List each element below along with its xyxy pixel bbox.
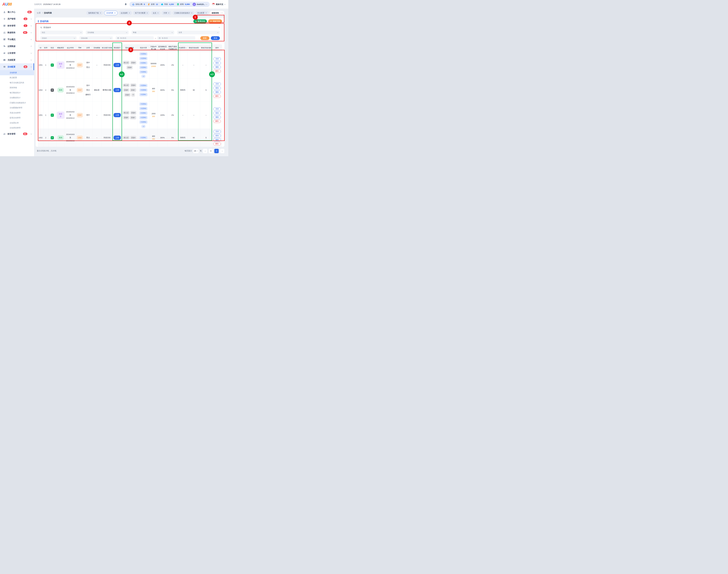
language-switcher[interactable]: 简体中文 (212, 3, 225, 6)
delete-action-button[interactable]: 删除 (213, 142, 221, 146)
copy-action-button[interactable]: 复制 (213, 112, 221, 115)
filter-select-3[interactable]: 语系 (177, 31, 220, 34)
sidebar-item-7[interactable]: 充值配置 (0, 56, 34, 63)
sidebar-subitem-8[interactable]: 充值活动管理 (0, 110, 34, 116)
edit-action-button[interactable]: 编辑 (213, 91, 221, 94)
sidebar-item-8[interactable]: 活动配置99 (0, 63, 34, 70)
tag-options-button[interactable]: 标签选项 (210, 11, 224, 15)
sidebar-item-3[interactable]: 数据报表99+ (0, 29, 34, 36)
tab-0[interactable]: 报表离线下载✕ (86, 11, 103, 15)
activity-id-select[interactable]: 活动ID (40, 36, 77, 40)
tab-3[interactable]: 线下支付配置✕ (133, 11, 150, 15)
tab-1[interactable]: 活动列表✕ (104, 11, 118, 15)
tab-6[interactable]: 已领取活动奖励统计✕ (173, 11, 195, 15)
collapse-icon[interactable] (219, 27, 220, 29)
sidebar-subitem-3[interactable]: 派奖审核 (0, 85, 34, 90)
chevron-down-icon (31, 66, 32, 67)
delete-action-button[interactable]: 删除 (213, 95, 221, 98)
close-icon[interactable]: ✕ (114, 12, 116, 14)
sidebar-item-5[interactable]: 运营数据 (0, 43, 34, 50)
close-icon[interactable]: ✕ (129, 12, 130, 14)
close-icon[interactable]: ✕ (146, 12, 148, 14)
refresh-page-button[interactable]: ⟳ 刷新页面 (208, 19, 222, 23)
search-button[interactable]: 查询 (211, 36, 220, 40)
agent-pill: 代理商A (139, 84, 147, 87)
start-date-input[interactable]: 年/月/日 (116, 36, 154, 40)
add-activity-button[interactable]: + 新增活动 (194, 19, 207, 23)
chevron-down-icon (221, 12, 223, 13)
close-action-button[interactable]: 关闭 (213, 130, 221, 133)
blacklist-level-pill: 层级B (126, 66, 133, 70)
agent-pill: 代理商D (139, 116, 148, 119)
upload-button[interactable]: 上传 (114, 135, 121, 140)
tab-2[interactable]: 会员报表✕ (119, 11, 132, 15)
copy-action-button[interactable]: 复制 (213, 62, 221, 65)
copy-action-button[interactable]: 复制 (213, 86, 221, 90)
edit-action-button[interactable]: 编辑 (213, 116, 221, 119)
copy-action-button[interactable]: 复制 (213, 134, 221, 137)
close-action-button[interactable]: 关闭 (213, 82, 221, 86)
edit-action-button[interactable]: 编辑 (213, 138, 221, 141)
sidebar-subitem-6[interactable]: 已领取活动奖励统计 (0, 100, 34, 106)
sidebar-subitem-4[interactable]: 每日数据统计 (0, 90, 34, 95)
user-menu[interactable]: Amil123... (192, 3, 207, 6)
sidebar-item-0[interactable]: 個人中心99+ (0, 9, 34, 15)
page-button-3[interactable]: 3 (209, 149, 213, 153)
sidebar-item-6[interactable]: 公告管理 (0, 50, 34, 56)
upload-button[interactable]: 上传 (114, 88, 121, 92)
activity-name-select[interactable]: 活动名称 (79, 36, 113, 40)
tab-7[interactable]: 奖品配置✕ (196, 11, 209, 15)
blacklist-level-pill: 层级D (124, 93, 131, 97)
per-page-label: 每页显示 (185, 150, 192, 152)
delete-action-button[interactable]: 删除 (213, 70, 221, 73)
sidebar-subitem-2[interactable]: 每日活动奖品列表 (0, 80, 34, 85)
breadcrumb-root[interactable]: 位置 (37, 12, 41, 14)
date-range-separator: » (154, 37, 157, 39)
template-type-pill: 系统 (57, 135, 64, 140)
brand-logo: AU88 ★ (0, 2, 34, 6)
blacklist-level-pill: 默认层 (123, 136, 130, 140)
sidebar-subitem-11[interactable]: 活动类别管理 (0, 125, 34, 131)
tab-5[interactable]: 代理✕ (162, 11, 171, 15)
page-button-4[interactable]: 4 (214, 149, 219, 153)
language-label: 简体中文 (216, 3, 223, 6)
close-icon[interactable]: ✕ (168, 12, 169, 14)
close-icon[interactable]: ✕ (206, 12, 207, 14)
close-icon[interactable]: ✕ (157, 12, 159, 14)
filter-select-0[interactable]: 状态 (40, 31, 83, 34)
sidebar-subitem-5[interactable]: 活动数据统计 (0, 95, 34, 100)
upload-button[interactable]: 上传 (114, 63, 121, 67)
user-gear-icon (3, 17, 6, 20)
filter-select-1[interactable]: 活动模板 (86, 31, 129, 34)
sidebar-subitem-1[interactable]: 奖品配置 (0, 75, 34, 80)
sidebar-subitem-7[interactable]: 活动图素材管理 (0, 106, 34, 111)
sidebar-subitem-0[interactable]: 活动列表 (0, 70, 34, 75)
sidebar: 個人中心99+ 用戶管理12 财务管理0 数据报表99+ 平台概况 运营数据 公… (0, 9, 34, 156)
bell-icon[interactable] (124, 3, 127, 6)
header-stat: 提现:9,999 (177, 3, 190, 5)
close-icon[interactable]: ✕ (191, 12, 192, 14)
sidebar-item-4[interactable]: 平台概况 (0, 36, 34, 43)
end-date-input[interactable]: 年/月/日 (157, 36, 195, 40)
close-action-button[interactable]: 关闭 (213, 108, 221, 111)
breadcrumb-separator-icon (42, 12, 43, 13)
filter-select-2[interactable]: 幣種 (131, 31, 174, 34)
sidebar-item-9[interactable]: 财务管理99+ (0, 130, 34, 137)
sidebar-subitem-9[interactable]: 提现活动管理 (0, 116, 34, 121)
blacklist-level-pill: 默认层 (123, 61, 130, 65)
tab-4[interactable]: 会员✕ (151, 11, 161, 15)
reset-button[interactable]: 重置 (200, 36, 209, 40)
next-page-button[interactable]: › (220, 149, 224, 153)
sidebar-subitem-10[interactable]: 活动黑名单 (0, 120, 34, 125)
edit-action-button[interactable]: 编辑 (213, 66, 221, 69)
prev-page-button[interactable]: ‹ (203, 149, 207, 153)
sidebar-item-2[interactable]: 财务管理0 (0, 22, 34, 29)
chevron-down-icon (31, 133, 32, 134)
close-icon[interactable]: ✕ (100, 12, 101, 14)
close-action-button[interactable]: 关闭 (213, 57, 221, 60)
delete-action-button[interactable]: 删除 (213, 120, 221, 123)
blacklist-level-pill: 层级A (130, 61, 136, 65)
per-page-select[interactable]: 25 (193, 149, 199, 153)
sidebar-item-1[interactable]: 用戶管理12 (0, 15, 34, 22)
upload-button[interactable]: 上传 (114, 113, 121, 117)
